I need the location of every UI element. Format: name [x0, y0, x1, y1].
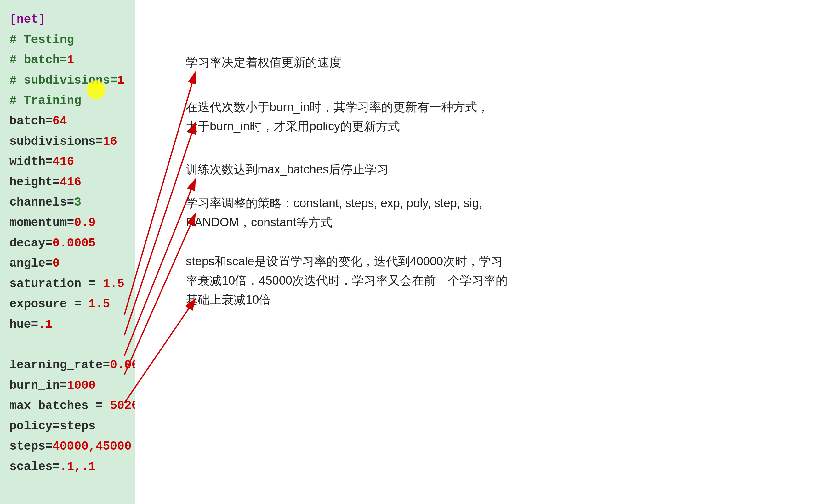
code-line-comment-subdivisions: # subdivisions=1: [9, 71, 126, 91]
annotations-panel: 学习率决定着权值更新的速度 在迭代次数小于burn_in时，其学习率的更新有一种…: [135, 0, 820, 504]
code-line-width: width=416: [9, 152, 126, 172]
code-line-blank: [9, 335, 126, 355]
code-line-comment-batch: # batch=1: [9, 50, 126, 71]
code-line-saturation: saturation = 1.5: [9, 274, 126, 294]
code-line-channels: channels=3: [9, 192, 126, 213]
code-line-comment-training: # Training: [9, 91, 126, 111]
code-line-max-batches: max_batches = 50200: [9, 396, 126, 416]
code-line-subdivisions: subdivisions=16: [9, 132, 126, 152]
code-line-scales: scales=.1,.1: [9, 457, 126, 477]
code-line-learning-rate: learning_rate=0.001: [9, 355, 126, 376]
code-line-angle: angle=0: [9, 253, 126, 274]
annotation-learning-rate: 学习率决定着权值更新的速度: [186, 54, 341, 71]
code-line-comment-testing: # Testing: [9, 30, 126, 50]
code-line-height: height=416: [9, 172, 126, 193]
code-line-batch: batch=64: [9, 111, 126, 132]
annotation-steps: steps和scale是设置学习率的变化，迭代到40000次时，学习 率衰减10…: [186, 252, 508, 309]
code-line-decay: decay=0.0005: [9, 233, 126, 254]
annotation-max-batches: 训练次数达到max_batches后停止学习: [186, 161, 389, 178]
code-line-momentum: momentum=0.9: [9, 213, 126, 233]
code-line-policy: policy=steps: [9, 416, 126, 437]
code-line-exposure: exposure = 1.5: [9, 294, 126, 314]
code-line-burn-in: burn_in=1000: [9, 376, 126, 396]
code-line-net: [net]: [9, 9, 126, 30]
annotation-policy: 学习率调整的策略：constant, steps, exp, poly, ste…: [186, 194, 482, 232]
annotation-burn-in: 在迭代次数小于burn_in时，其学习率的更新有一种方式， 大于burn_in时…: [186, 98, 489, 136]
cursor-circle: [87, 80, 105, 99]
code-line-steps: steps=40000,45000: [9, 436, 126, 457]
code-line-hue: hue=.1: [9, 314, 126, 335]
code-panel: [net] # Testing # batch=1 # subdivisions…: [0, 0, 135, 504]
